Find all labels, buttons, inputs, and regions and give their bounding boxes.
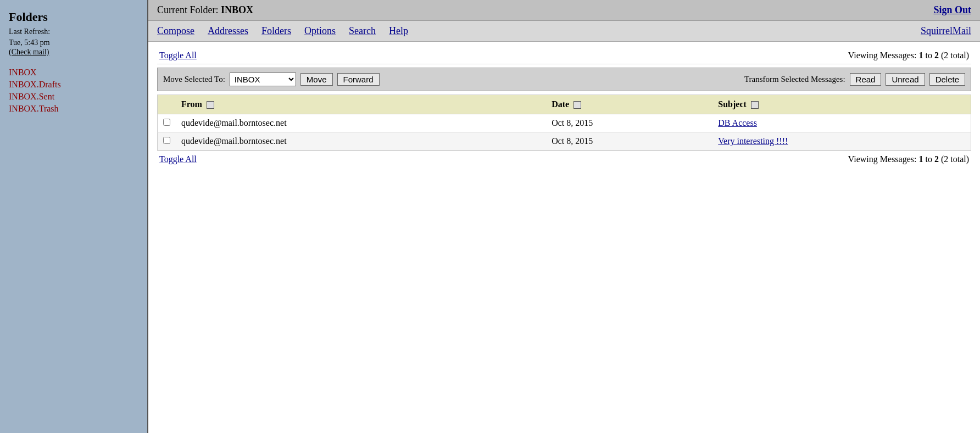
- toggle-all-top[interactable]: Toggle All: [159, 51, 197, 60]
- delete-button[interactable]: Delete: [929, 73, 965, 86]
- folder-item-inbox[interactable]: INBOX: [9, 68, 138, 77]
- nav-help[interactable]: Help: [389, 25, 408, 37]
- transform-section: Transform Selected Messages: Read Unread…: [744, 73, 965, 86]
- row-checkbox-cell: [158, 114, 176, 132]
- folder-item-inbox-sent[interactable]: INBOX.Sent: [9, 92, 138, 102]
- sidebar-title: Folders: [9, 10, 138, 24]
- nav-search[interactable]: Search: [349, 25, 376, 37]
- top-toggle-row: Toggle All Viewing Messages: 1 to 2 (2 t…: [157, 47, 971, 64]
- subject-link-msg2[interactable]: Very interesting !!!!: [718, 136, 788, 146]
- content-area: Toggle All Viewing Messages: 1 to 2 (2 t…: [148, 42, 980, 433]
- col-subject-header: Subject: [712, 95, 971, 114]
- move-section: Move Selected To: INBOX INBOX.Drafts INB…: [163, 73, 380, 86]
- unread-button[interactable]: Unread: [886, 73, 925, 86]
- row-checkbox-cell: [158, 132, 176, 151]
- row-date: Oct 8, 2015: [546, 132, 712, 151]
- folder-list: INBOX INBOX.Drafts INBOX.Sent INBOX.Tras…: [9, 68, 138, 114]
- bottom-toggle-row: Toggle All Viewing Messages: 1 to 2 (2 t…: [157, 151, 971, 168]
- sidebar: Folders Last Refresh: Tue, 5:43 pm (Chec…: [0, 0, 148, 433]
- main-content: Current Folder: INBOX Sign Out Compose A…: [148, 0, 980, 433]
- row-from: qudevide@mail.borntosec.net: [176, 132, 546, 151]
- row-date: Oct 8, 2015: [546, 114, 712, 132]
- nav-compose[interactable]: Compose: [157, 25, 194, 37]
- header-bar: Current Folder: INBOX Sign Out: [148, 0, 980, 21]
- nav-bar: Compose Addresses Folders Options Search…: [148, 21, 980, 42]
- subject-checkbox[interactable]: [751, 101, 759, 109]
- toggle-all-bottom[interactable]: Toggle All: [159, 154, 197, 164]
- row-subject: DB Access: [712, 114, 971, 132]
- nav-options[interactable]: Options: [304, 25, 336, 37]
- transform-label: Transform Selected Messages:: [744, 75, 845, 84]
- row-from: qudevide@mail.borntosec.net: [176, 114, 546, 132]
- nav-folders[interactable]: Folders: [261, 25, 291, 37]
- current-folder-label: Current Folder: INBOX: [157, 4, 253, 16]
- from-checkbox[interactable]: [207, 101, 214, 109]
- move-selected-label: Move Selected To:: [163, 75, 225, 84]
- date-checkbox[interactable]: [573, 101, 581, 109]
- table-row: qudevide@mail.borntosec.net Oct 8, 2015 …: [158, 114, 971, 132]
- folder-item-inbox-drafts[interactable]: INBOX.Drafts: [9, 80, 138, 90]
- action-bar: Move Selected To: INBOX INBOX.Drafts INB…: [157, 68, 971, 91]
- row-checkbox-msg2[interactable]: [163, 137, 170, 144]
- viewing-info-top: Viewing Messages: 1 to 2 (2 total): [848, 51, 969, 60]
- col-from-header: From: [176, 95, 546, 114]
- last-refresh: Last Refresh: Tue, 5:43 pm: [9, 26, 138, 48]
- subject-link-msg1[interactable]: DB Access: [718, 118, 757, 127]
- table-row: qudevide@mail.borntosec.net Oct 8, 2015 …: [158, 132, 971, 151]
- col-date-header: Date: [546, 95, 712, 114]
- row-checkbox-msg1[interactable]: [163, 119, 170, 126]
- nav-links: Compose Addresses Folders Options Search…: [157, 25, 408, 37]
- move-folder-select[interactable]: INBOX INBOX.Drafts INBOX.Sent INBOX.Tras…: [230, 73, 296, 86]
- viewing-info-bottom: Viewing Messages: 1 to 2 (2 total): [848, 154, 969, 164]
- read-button[interactable]: Read: [850, 73, 882, 86]
- sign-out-link[interactable]: Sign Out: [933, 4, 971, 16]
- forward-button[interactable]: Forward: [337, 73, 380, 86]
- message-table: From Date Subject qudev: [157, 95, 971, 151]
- squirrelmail-link[interactable]: SquirrelMail: [921, 25, 971, 37]
- move-button[interactable]: Move: [300, 73, 333, 86]
- folder-item-inbox-trash[interactable]: INBOX.Trash: [9, 104, 138, 114]
- col-check: [158, 95, 176, 114]
- check-mail-link[interactable]: (Check mail): [9, 48, 138, 57]
- row-subject: Very interesting !!!!: [712, 132, 971, 151]
- nav-addresses[interactable]: Addresses: [208, 25, 248, 37]
